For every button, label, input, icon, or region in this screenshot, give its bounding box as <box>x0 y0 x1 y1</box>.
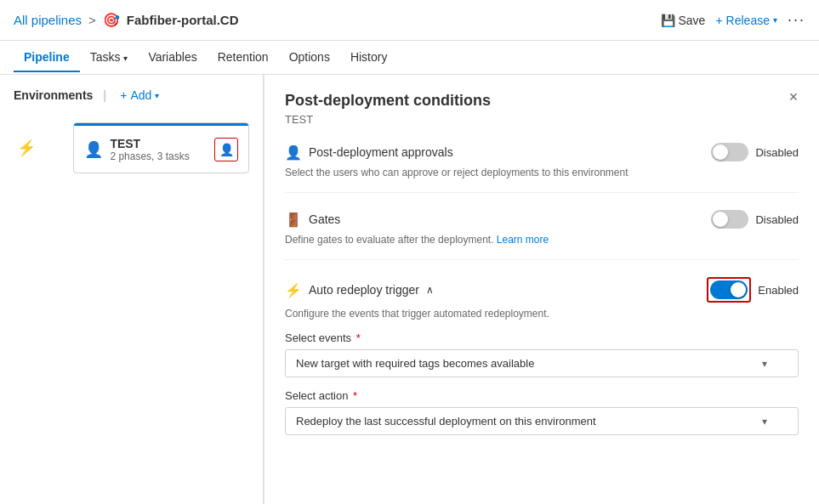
env-person-icon: 👤 <box>84 140 103 159</box>
select-events-field: Select events * New target with required… <box>285 331 799 377</box>
auto-redeploy-toggle-group: Enabled <box>707 277 799 303</box>
gates-section: 🚪 Gates Disabled Define gates to evaluat… <box>285 210 799 260</box>
gates-toggle[interactable] <box>711 210 748 229</box>
gates-label: Gates <box>309 212 340 226</box>
panel-subtitle: TEST <box>285 113 799 126</box>
breadcrumb-sep: > <box>88 13 96 27</box>
card-top-bar <box>74 123 248 126</box>
tab-retention[interactable]: Retention <box>208 43 279 72</box>
approvals-toggle[interactable] <box>711 143 748 161</box>
learn-more-link[interactable]: Learn more <box>497 234 549 246</box>
select-events-value: New target with required tags becomes av… <box>296 357 534 370</box>
release-button[interactable]: + Release ▾ <box>715 14 777 27</box>
more-options-button[interactable]: ··· <box>788 11 805 29</box>
environments-header: Environments | + Add ▾ <box>14 88 249 102</box>
select-action-label: Select action * <box>285 389 799 402</box>
add-dropdown-icon: ▾ <box>155 91 159 100</box>
main-content: Environments | + Add ▾ ⚡ 👤 TEST 2 phases… <box>0 75 819 504</box>
auto-redeploy-toggle-knob <box>731 282 746 297</box>
left-panel: Environments | + Add ▾ ⚡ 👤 TEST 2 phases… <box>0 75 264 504</box>
env-card-meta: 2 phases, 3 tasks <box>110 150 208 162</box>
save-icon: 💾 <box>661 14 675 27</box>
select-events-label: Select events * <box>285 331 799 344</box>
auto-redeploy-section: ⚡ Auto redeploy trigger ∧ Enabled C <box>285 277 799 449</box>
all-pipelines-link[interactable]: All pipelines <box>14 13 82 27</box>
conditions-panel: × Post-deployment conditions TEST 👤 Post… <box>264 75 819 504</box>
approvals-description: Select the users who can approve or reje… <box>285 167 799 178</box>
tab-variables[interactable]: Variables <box>138 43 207 72</box>
gates-toggle-slider[interactable] <box>711 210 748 229</box>
approvals-label: Post-deployment approvals <box>309 145 453 159</box>
lightning-icon: ⚡ <box>17 139 36 157</box>
tab-options[interactable]: Options <box>279 43 340 72</box>
gates-icon: 🚪 <box>285 212 302 228</box>
select-action-dropdown[interactable]: Redeploy the last successful deployment … <box>285 407 799 435</box>
auto-redeploy-toggle-slider[interactable] <box>710 280 748 299</box>
gates-header: 🚪 Gates Disabled <box>285 210 799 229</box>
action-chevron-icon: ▾ <box>762 416 767 428</box>
gates-description: Define gates to evaluate after the deplo… <box>285 234 799 246</box>
tab-tasks[interactable]: Tasks ▾ <box>80 43 139 72</box>
save-button[interactable]: 💾 Save <box>661 14 706 27</box>
auto-redeploy-title: ⚡ Auto redeploy trigger ∧ <box>285 282 434 298</box>
approvals-toggle-group: Disabled <box>711 143 799 161</box>
plus-icon: + <box>715 14 722 27</box>
nav-tabs: Pipeline Tasks ▾ Variables Retention Opt… <box>0 41 819 75</box>
events-chevron-icon: ▾ <box>762 358 767 370</box>
release-label: Release <box>726 14 770 27</box>
tasks-dropdown-icon: ▾ <box>123 54 128 63</box>
environments-label: Environments <box>14 88 93 102</box>
gates-toggle-label: Disabled <box>755 213 799 226</box>
action-required-marker: * <box>353 389 357 402</box>
approvals-title: 👤 Post-deployment approvals <box>285 144 453 161</box>
auto-redeploy-toggle-label: Enabled <box>758 284 799 297</box>
add-label: Add <box>130 88 151 102</box>
auto-redeploy-description: Configure the events that trigger automa… <box>285 308 799 320</box>
pipeline-icon: 🎯 <box>103 12 120 28</box>
tab-pipeline[interactable]: Pipeline <box>14 43 80 72</box>
auto-redeploy-icon: ⚡ <box>285 282 302 298</box>
env-card-actions: 👤 <box>214 138 238 161</box>
approvals-toggle-knob <box>713 144 728 160</box>
panel-title: Post-deployment conditions <box>285 92 799 110</box>
gates-toggle-group: Disabled <box>711 210 799 229</box>
post-deployment-button[interactable]: 👤 <box>214 138 238 161</box>
gates-title: 🚪 Gates <box>285 212 340 228</box>
approvals-section: 👤 Post-deployment approvals Disabled Sel… <box>285 143 799 193</box>
auto-redeploy-toggle[interactable] <box>710 280 748 299</box>
auto-redeploy-label: Auto redeploy trigger <box>309 283 419 297</box>
save-label: Save <box>679 14 706 27</box>
auto-redeploy-header: ⚡ Auto redeploy trigger ∧ Enabled <box>285 277 799 303</box>
approvals-header: 👤 Post-deployment approvals Disabled <box>285 143 799 161</box>
select-action-field: Select action * Redeploy the last succes… <box>285 389 799 435</box>
events-required-marker: * <box>356 331 361 344</box>
person-icon: 👤 <box>219 143 234 156</box>
env-card-name: TEST <box>110 137 208 150</box>
breadcrumb: All pipelines > 🎯 Fabfiber-portal.CD <box>14 12 238 28</box>
gates-toggle-knob <box>713 212 728 227</box>
select-action-value: Redeploy the last successful deployment … <box>296 415 596 428</box>
panel-close-button[interactable]: × <box>782 85 805 109</box>
approvals-toggle-label: Disabled <box>755 146 799 159</box>
environment-card: 👤 TEST 2 phases, 3 tasks 👤 <box>73 122 249 173</box>
add-environment-button[interactable]: + Add ▾ <box>120 88 159 102</box>
approvals-icon: 👤 <box>285 144 302 161</box>
tab-history[interactable]: History <box>340 43 398 72</box>
approvals-toggle-slider[interactable] <box>711 143 748 161</box>
header-separator: | <box>103 88 106 102</box>
auto-redeploy-chevron-icon: ∧ <box>426 284 434 296</box>
chevron-down-icon: ▾ <box>773 15 777 25</box>
top-actions: 💾 Save + Release ▾ ··· <box>661 11 806 29</box>
add-icon: + <box>120 88 127 102</box>
select-events-dropdown[interactable]: New target with required tags becomes av… <box>285 349 799 377</box>
top-bar: All pipelines > 🎯 Fabfiber-portal.CD 💾 S… <box>0 0 819 41</box>
toggle-highlight-border <box>707 277 751 303</box>
pipeline-name: Fabfiber-portal.CD <box>127 13 239 27</box>
